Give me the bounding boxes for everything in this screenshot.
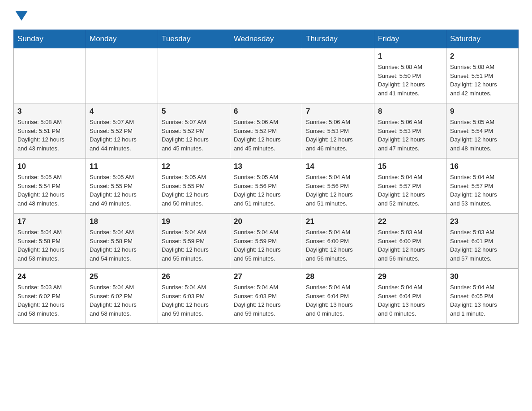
- day-number: 17: [17, 217, 82, 226]
- day-number: 28: [306, 272, 370, 281]
- calendar-cell: 2Sunrise: 5:08 AM Sunset: 5:51 PM Daylig…: [446, 48, 519, 103]
- day-number: 15: [378, 162, 442, 171]
- calendar-cell: 27Sunrise: 5:04 AM Sunset: 6:03 PM Dayli…: [230, 269, 302, 324]
- calendar-cell: 17Sunrise: 5:04 AM Sunset: 5:58 PM Dayli…: [14, 214, 86, 269]
- day-number: 18: [90, 217, 154, 226]
- day-number: 25: [90, 272, 154, 281]
- day-number: 10: [17, 162, 82, 171]
- logo: [13, 9, 28, 21]
- calendar-cell: 18Sunrise: 5:04 AM Sunset: 5:58 PM Dayli…: [86, 214, 158, 269]
- calendar-cell: 25Sunrise: 5:04 AM Sunset: 6:02 PM Dayli…: [86, 269, 158, 324]
- calendar-week-row: 24Sunrise: 5:03 AM Sunset: 6:02 PM Dayli…: [14, 269, 519, 324]
- calendar-cell: [302, 48, 374, 103]
- day-number: 27: [234, 272, 298, 281]
- day-number: 14: [306, 162, 370, 171]
- day-info: Sunrise: 5:08 AM Sunset: 5:50 PM Dayligh…: [378, 63, 442, 98]
- calendar-cell: 24Sunrise: 5:03 AM Sunset: 6:02 PM Dayli…: [14, 269, 86, 324]
- day-number: 11: [90, 162, 154, 171]
- calendar-week-row: 1Sunrise: 5:08 AM Sunset: 5:50 PM Daylig…: [14, 48, 519, 103]
- calendar-week-row: 3Sunrise: 5:08 AM Sunset: 5:51 PM Daylig…: [14, 103, 519, 158]
- calendar-day-header: Sunday: [14, 30, 86, 48]
- day-info: Sunrise: 5:04 AM Sunset: 5:59 PM Dayligh…: [162, 228, 226, 263]
- day-number: 13: [234, 162, 298, 171]
- calendar-cell: 6Sunrise: 5:06 AM Sunset: 5:52 PM Daylig…: [230, 103, 302, 158]
- day-info: Sunrise: 5:04 AM Sunset: 5:57 PM Dayligh…: [450, 173, 515, 208]
- day-number: 24: [17, 272, 82, 281]
- day-number: 12: [162, 162, 226, 171]
- day-info: Sunrise: 5:04 AM Sunset: 5:58 PM Dayligh…: [90, 228, 154, 263]
- day-info: Sunrise: 5:06 AM Sunset: 5:52 PM Dayligh…: [234, 118, 298, 153]
- day-info: Sunrise: 5:04 AM Sunset: 5:57 PM Dayligh…: [378, 173, 442, 208]
- calendar-cell: 3Sunrise: 5:08 AM Sunset: 5:51 PM Daylig…: [14, 103, 86, 158]
- day-number: 16: [450, 162, 515, 171]
- calendar-header-row: SundayMondayTuesdayWednesdayThursdayFrid…: [14, 30, 519, 48]
- day-number: 5: [162, 107, 226, 116]
- calendar-day-header: Friday: [374, 30, 446, 48]
- calendar-day-header: Tuesday: [158, 30, 230, 48]
- day-number: 23: [450, 217, 515, 226]
- day-info: Sunrise: 5:04 AM Sunset: 6:03 PM Dayligh…: [162, 283, 226, 318]
- day-info: Sunrise: 5:04 AM Sunset: 6:03 PM Dayligh…: [234, 283, 298, 318]
- day-number: 8: [378, 107, 442, 116]
- day-number: 19: [162, 217, 226, 226]
- day-info: Sunrise: 5:03 AM Sunset: 6:01 PM Dayligh…: [450, 228, 515, 263]
- calendar-cell: 4Sunrise: 5:07 AM Sunset: 5:52 PM Daylig…: [86, 103, 158, 158]
- calendar-day-header: Monday: [86, 30, 158, 48]
- calendar-cell: 8Sunrise: 5:06 AM Sunset: 5:53 PM Daylig…: [374, 103, 446, 158]
- calendar-table: SundayMondayTuesdayWednesdayThursdayFrid…: [13, 30, 519, 324]
- calendar-cell: [14, 48, 86, 103]
- day-info: Sunrise: 5:04 AM Sunset: 6:05 PM Dayligh…: [450, 283, 515, 318]
- calendar-cell: 23Sunrise: 5:03 AM Sunset: 6:01 PM Dayli…: [446, 214, 519, 269]
- day-info: Sunrise: 5:04 AM Sunset: 5:58 PM Dayligh…: [17, 228, 82, 263]
- day-info: Sunrise: 5:04 AM Sunset: 5:59 PM Dayligh…: [234, 228, 298, 263]
- day-number: 21: [306, 217, 370, 226]
- day-info: Sunrise: 5:03 AM Sunset: 6:00 PM Dayligh…: [378, 228, 442, 263]
- calendar-cell: 13Sunrise: 5:05 AM Sunset: 5:56 PM Dayli…: [230, 158, 302, 214]
- calendar-cell: 5Sunrise: 5:07 AM Sunset: 5:52 PM Daylig…: [158, 103, 230, 158]
- day-number: 26: [162, 272, 226, 281]
- day-number: 9: [450, 107, 515, 116]
- calendar-day-header: Thursday: [302, 30, 374, 48]
- calendar-week-row: 17Sunrise: 5:04 AM Sunset: 5:58 PM Dayli…: [14, 214, 519, 269]
- day-number: 4: [90, 107, 154, 116]
- calendar-cell: 26Sunrise: 5:04 AM Sunset: 6:03 PM Dayli…: [158, 269, 230, 324]
- calendar-cell: [86, 48, 158, 103]
- day-info: Sunrise: 5:06 AM Sunset: 5:53 PM Dayligh…: [306, 118, 370, 153]
- day-info: Sunrise: 5:04 AM Sunset: 6:04 PM Dayligh…: [378, 283, 442, 318]
- calendar-cell: [230, 48, 302, 103]
- calendar-cell: 21Sunrise: 5:04 AM Sunset: 6:00 PM Dayli…: [302, 214, 374, 269]
- day-number: 30: [450, 272, 515, 281]
- calendar-cell: [158, 48, 230, 103]
- day-info: Sunrise: 5:05 AM Sunset: 5:54 PM Dayligh…: [450, 118, 515, 153]
- day-info: Sunrise: 5:04 AM Sunset: 6:02 PM Dayligh…: [90, 283, 154, 318]
- day-info: Sunrise: 5:06 AM Sunset: 5:53 PM Dayligh…: [378, 118, 442, 153]
- calendar-day-header: Saturday: [446, 30, 519, 48]
- calendar-cell: 16Sunrise: 5:04 AM Sunset: 5:57 PM Dayli…: [446, 158, 519, 214]
- calendar-cell: 9Sunrise: 5:05 AM Sunset: 5:54 PM Daylig…: [446, 103, 519, 158]
- day-info: Sunrise: 5:07 AM Sunset: 5:52 PM Dayligh…: [90, 118, 154, 153]
- day-number: 7: [306, 107, 370, 116]
- day-info: Sunrise: 5:08 AM Sunset: 5:51 PM Dayligh…: [450, 63, 515, 98]
- calendar-cell: 11Sunrise: 5:05 AM Sunset: 5:55 PM Dayli…: [86, 158, 158, 214]
- calendar-week-row: 10Sunrise: 5:05 AM Sunset: 5:54 PM Dayli…: [14, 158, 519, 214]
- logo-triangle-icon: [15, 11, 28, 21]
- calendar-cell: 29Sunrise: 5:04 AM Sunset: 6:04 PM Dayli…: [374, 269, 446, 324]
- day-number: 3: [17, 107, 82, 116]
- day-info: Sunrise: 5:04 AM Sunset: 6:00 PM Dayligh…: [306, 228, 370, 263]
- day-number: 6: [234, 107, 298, 116]
- calendar-cell: 1Sunrise: 5:08 AM Sunset: 5:50 PM Daylig…: [374, 48, 446, 103]
- calendar-cell: 10Sunrise: 5:05 AM Sunset: 5:54 PM Dayli…: [14, 158, 86, 214]
- calendar-cell: 15Sunrise: 5:04 AM Sunset: 5:57 PM Dayli…: [374, 158, 446, 214]
- calendar-cell: 22Sunrise: 5:03 AM Sunset: 6:00 PM Dayli…: [374, 214, 446, 269]
- calendar-cell: 14Sunrise: 5:04 AM Sunset: 5:56 PM Dayli…: [302, 158, 374, 214]
- calendar-day-header: Wednesday: [230, 30, 302, 48]
- calendar-cell: 19Sunrise: 5:04 AM Sunset: 5:59 PM Dayli…: [158, 214, 230, 269]
- calendar-cell: 12Sunrise: 5:05 AM Sunset: 5:55 PM Dayli…: [158, 158, 230, 214]
- day-number: 22: [378, 217, 442, 226]
- day-info: Sunrise: 5:05 AM Sunset: 5:54 PM Dayligh…: [17, 173, 82, 208]
- day-number: 2: [450, 52, 515, 61]
- calendar-cell: 7Sunrise: 5:06 AM Sunset: 5:53 PM Daylig…: [302, 103, 374, 158]
- day-info: Sunrise: 5:07 AM Sunset: 5:52 PM Dayligh…: [162, 118, 226, 153]
- day-number: 20: [234, 217, 298, 226]
- day-number: 1: [378, 52, 442, 61]
